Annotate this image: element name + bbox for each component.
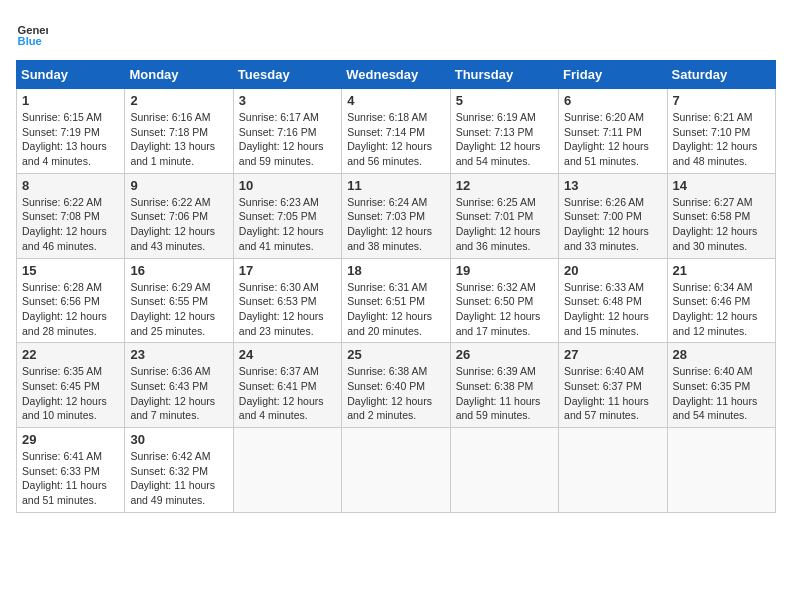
logo: General Blue bbox=[16, 16, 52, 48]
calendar-header-row: SundayMondayTuesdayWednesdayThursdayFrid… bbox=[17, 61, 776, 89]
day-info: Sunrise: 6:39 AM Sunset: 6:38 PM Dayligh… bbox=[456, 364, 553, 423]
day-number: 27 bbox=[564, 347, 661, 362]
calendar-cell: 15 Sunrise: 6:28 AM Sunset: 6:56 PM Dayl… bbox=[17, 258, 125, 343]
calendar-cell: 24 Sunrise: 6:37 AM Sunset: 6:41 PM Dayl… bbox=[233, 343, 341, 428]
calendar-cell: 7 Sunrise: 6:21 AM Sunset: 7:10 PM Dayli… bbox=[667, 89, 775, 174]
calendar-cell: 13 Sunrise: 6:26 AM Sunset: 7:00 PM Dayl… bbox=[559, 173, 667, 258]
calendar-cell: 12 Sunrise: 6:25 AM Sunset: 7:01 PM Dayl… bbox=[450, 173, 558, 258]
calendar-header-wednesday: Wednesday bbox=[342, 61, 450, 89]
calendar-cell: 4 Sunrise: 6:18 AM Sunset: 7:14 PM Dayli… bbox=[342, 89, 450, 174]
page-header: General Blue bbox=[16, 16, 776, 48]
calendar-cell: 5 Sunrise: 6:19 AM Sunset: 7:13 PM Dayli… bbox=[450, 89, 558, 174]
calendar-cell: 20 Sunrise: 6:33 AM Sunset: 6:48 PM Dayl… bbox=[559, 258, 667, 343]
calendar-week-row: 8 Sunrise: 6:22 AM Sunset: 7:08 PM Dayli… bbox=[17, 173, 776, 258]
day-info: Sunrise: 6:33 AM Sunset: 6:48 PM Dayligh… bbox=[564, 280, 661, 339]
calendar-cell: 1 Sunrise: 6:15 AM Sunset: 7:19 PM Dayli… bbox=[17, 89, 125, 174]
calendar-cell: 16 Sunrise: 6:29 AM Sunset: 6:55 PM Dayl… bbox=[125, 258, 233, 343]
calendar-cell: 26 Sunrise: 6:39 AM Sunset: 6:38 PM Dayl… bbox=[450, 343, 558, 428]
calendar-week-row: 22 Sunrise: 6:35 AM Sunset: 6:45 PM Dayl… bbox=[17, 343, 776, 428]
day-info: Sunrise: 6:25 AM Sunset: 7:01 PM Dayligh… bbox=[456, 195, 553, 254]
calendar-cell: 14 Sunrise: 6:27 AM Sunset: 6:58 PM Dayl… bbox=[667, 173, 775, 258]
day-info: Sunrise: 6:29 AM Sunset: 6:55 PM Dayligh… bbox=[130, 280, 227, 339]
logo-icon: General Blue bbox=[16, 16, 48, 48]
day-number: 28 bbox=[673, 347, 770, 362]
day-info: Sunrise: 6:20 AM Sunset: 7:11 PM Dayligh… bbox=[564, 110, 661, 169]
day-info: Sunrise: 6:35 AM Sunset: 6:45 PM Dayligh… bbox=[22, 364, 119, 423]
day-info: Sunrise: 6:36 AM Sunset: 6:43 PM Dayligh… bbox=[130, 364, 227, 423]
calendar-header-friday: Friday bbox=[559, 61, 667, 89]
calendar-cell bbox=[667, 428, 775, 513]
calendar-cell: 17 Sunrise: 6:30 AM Sunset: 6:53 PM Dayl… bbox=[233, 258, 341, 343]
calendar-cell: 3 Sunrise: 6:17 AM Sunset: 7:16 PM Dayli… bbox=[233, 89, 341, 174]
day-info: Sunrise: 6:31 AM Sunset: 6:51 PM Dayligh… bbox=[347, 280, 444, 339]
day-info: Sunrise: 6:17 AM Sunset: 7:16 PM Dayligh… bbox=[239, 110, 336, 169]
calendar-cell: 2 Sunrise: 6:16 AM Sunset: 7:18 PM Dayli… bbox=[125, 89, 233, 174]
calendar-header-thursday: Thursday bbox=[450, 61, 558, 89]
calendar-cell: 21 Sunrise: 6:34 AM Sunset: 6:46 PM Dayl… bbox=[667, 258, 775, 343]
calendar-header-monday: Monday bbox=[125, 61, 233, 89]
calendar-cell bbox=[233, 428, 341, 513]
day-number: 21 bbox=[673, 263, 770, 278]
day-info: Sunrise: 6:30 AM Sunset: 6:53 PM Dayligh… bbox=[239, 280, 336, 339]
calendar-week-row: 15 Sunrise: 6:28 AM Sunset: 6:56 PM Dayl… bbox=[17, 258, 776, 343]
day-info: Sunrise: 6:41 AM Sunset: 6:33 PM Dayligh… bbox=[22, 449, 119, 508]
day-info: Sunrise: 6:19 AM Sunset: 7:13 PM Dayligh… bbox=[456, 110, 553, 169]
calendar-cell bbox=[450, 428, 558, 513]
day-number: 12 bbox=[456, 178, 553, 193]
calendar-cell: 29 Sunrise: 6:41 AM Sunset: 6:33 PM Dayl… bbox=[17, 428, 125, 513]
svg-text:General: General bbox=[18, 24, 48, 36]
day-number: 2 bbox=[130, 93, 227, 108]
day-info: Sunrise: 6:22 AM Sunset: 7:08 PM Dayligh… bbox=[22, 195, 119, 254]
day-number: 9 bbox=[130, 178, 227, 193]
day-number: 5 bbox=[456, 93, 553, 108]
day-info: Sunrise: 6:22 AM Sunset: 7:06 PM Dayligh… bbox=[130, 195, 227, 254]
day-info: Sunrise: 6:26 AM Sunset: 7:00 PM Dayligh… bbox=[564, 195, 661, 254]
calendar-cell bbox=[342, 428, 450, 513]
calendar-cell: 25 Sunrise: 6:38 AM Sunset: 6:40 PM Dayl… bbox=[342, 343, 450, 428]
day-number: 30 bbox=[130, 432, 227, 447]
day-info: Sunrise: 6:37 AM Sunset: 6:41 PM Dayligh… bbox=[239, 364, 336, 423]
day-number: 29 bbox=[22, 432, 119, 447]
day-number: 23 bbox=[130, 347, 227, 362]
day-number: 24 bbox=[239, 347, 336, 362]
day-number: 7 bbox=[673, 93, 770, 108]
calendar-week-row: 29 Sunrise: 6:41 AM Sunset: 6:33 PM Dayl… bbox=[17, 428, 776, 513]
day-info: Sunrise: 6:42 AM Sunset: 6:32 PM Dayligh… bbox=[130, 449, 227, 508]
day-info: Sunrise: 6:16 AM Sunset: 7:18 PM Dayligh… bbox=[130, 110, 227, 169]
day-info: Sunrise: 6:28 AM Sunset: 6:56 PM Dayligh… bbox=[22, 280, 119, 339]
day-number: 26 bbox=[456, 347, 553, 362]
day-info: Sunrise: 6:34 AM Sunset: 6:46 PM Dayligh… bbox=[673, 280, 770, 339]
day-info: Sunrise: 6:40 AM Sunset: 6:35 PM Dayligh… bbox=[673, 364, 770, 423]
calendar-cell: 27 Sunrise: 6:40 AM Sunset: 6:37 PM Dayl… bbox=[559, 343, 667, 428]
calendar-cell: 22 Sunrise: 6:35 AM Sunset: 6:45 PM Dayl… bbox=[17, 343, 125, 428]
day-number: 6 bbox=[564, 93, 661, 108]
day-number: 14 bbox=[673, 178, 770, 193]
day-info: Sunrise: 6:23 AM Sunset: 7:05 PM Dayligh… bbox=[239, 195, 336, 254]
calendar-cell: 9 Sunrise: 6:22 AM Sunset: 7:06 PM Dayli… bbox=[125, 173, 233, 258]
calendar-table: SundayMondayTuesdayWednesdayThursdayFrid… bbox=[16, 60, 776, 513]
calendar-week-row: 1 Sunrise: 6:15 AM Sunset: 7:19 PM Dayli… bbox=[17, 89, 776, 174]
day-number: 19 bbox=[456, 263, 553, 278]
day-info: Sunrise: 6:27 AM Sunset: 6:58 PM Dayligh… bbox=[673, 195, 770, 254]
svg-text:Blue: Blue bbox=[18, 35, 42, 47]
day-number: 18 bbox=[347, 263, 444, 278]
day-number: 20 bbox=[564, 263, 661, 278]
day-number: 4 bbox=[347, 93, 444, 108]
day-info: Sunrise: 6:40 AM Sunset: 6:37 PM Dayligh… bbox=[564, 364, 661, 423]
calendar-header-tuesday: Tuesday bbox=[233, 61, 341, 89]
day-info: Sunrise: 6:32 AM Sunset: 6:50 PM Dayligh… bbox=[456, 280, 553, 339]
calendar-cell: 10 Sunrise: 6:23 AM Sunset: 7:05 PM Dayl… bbox=[233, 173, 341, 258]
day-number: 11 bbox=[347, 178, 444, 193]
calendar-header-saturday: Saturday bbox=[667, 61, 775, 89]
day-info: Sunrise: 6:18 AM Sunset: 7:14 PM Dayligh… bbox=[347, 110, 444, 169]
calendar-cell bbox=[559, 428, 667, 513]
calendar-cell: 19 Sunrise: 6:32 AM Sunset: 6:50 PM Dayl… bbox=[450, 258, 558, 343]
day-number: 13 bbox=[564, 178, 661, 193]
calendar-cell: 6 Sunrise: 6:20 AM Sunset: 7:11 PM Dayli… bbox=[559, 89, 667, 174]
day-number: 25 bbox=[347, 347, 444, 362]
day-number: 1 bbox=[22, 93, 119, 108]
day-number: 22 bbox=[22, 347, 119, 362]
calendar-header-sunday: Sunday bbox=[17, 61, 125, 89]
day-info: Sunrise: 6:21 AM Sunset: 7:10 PM Dayligh… bbox=[673, 110, 770, 169]
calendar-cell: 23 Sunrise: 6:36 AM Sunset: 6:43 PM Dayl… bbox=[125, 343, 233, 428]
